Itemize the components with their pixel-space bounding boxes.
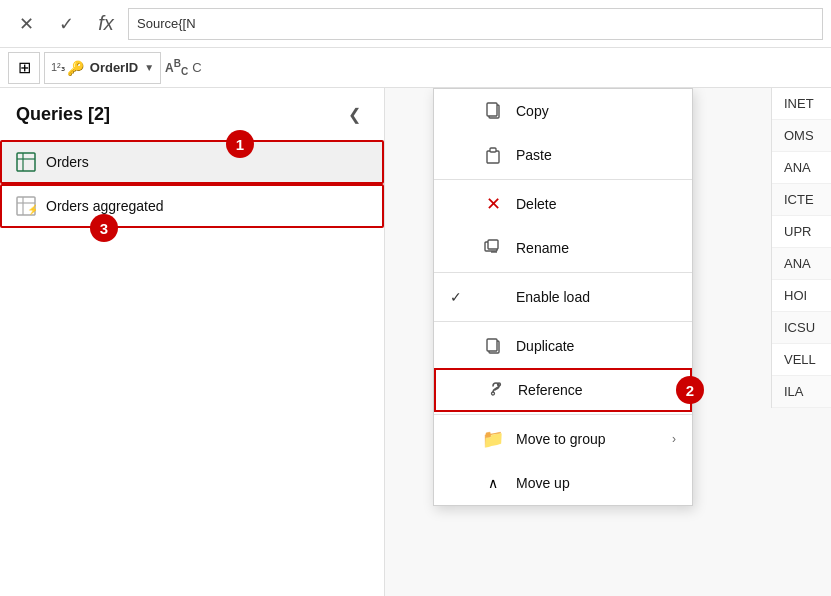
duplicate-label: Duplicate	[516, 338, 574, 354]
move-up-label: Move up	[516, 475, 570, 491]
data-row: ANA	[772, 248, 831, 280]
query-item-orders-aggregated[interactable]: ⚡ Orders aggregated	[0, 184, 384, 228]
data-row: UPR	[772, 216, 831, 248]
rename-label: Rename	[516, 240, 569, 256]
data-row: INET	[772, 88, 831, 120]
move-up-icon: ∧	[482, 472, 504, 494]
data-row: ICSU	[772, 312, 831, 344]
separator-1	[434, 179, 692, 180]
separator-3	[434, 321, 692, 322]
data-row: ICTE	[772, 184, 831, 216]
svg-rect-9	[487, 151, 499, 163]
svg-rect-10	[490, 148, 496, 152]
copy-label: Copy	[516, 103, 549, 119]
delete-icon: ✕	[482, 193, 504, 215]
orders-table-icon	[14, 150, 38, 174]
rename-icon	[482, 237, 504, 259]
cancel-button[interactable]: ✕	[8, 6, 44, 42]
badge-2: 2	[676, 376, 704, 404]
menu-item-paste[interactable]: Paste	[434, 133, 692, 177]
enable-load-check: ✓	[450, 289, 470, 305]
duplicate-icon	[482, 335, 504, 357]
sidebar: Queries [2] ❮ Orders 1	[0, 88, 385, 596]
confirm-button[interactable]: ✓	[48, 6, 84, 42]
menu-item-delete[interactable]: ✕ Delete	[434, 182, 692, 226]
menu-item-duplicate[interactable]: Duplicate	[434, 324, 692, 368]
menu-item-move-to-group[interactable]: 📁 Move to group ›	[434, 417, 692, 461]
reference-icon	[484, 379, 506, 401]
formula-bar-container: ✕ ✓ fx Source{[N	[0, 0, 831, 48]
svg-rect-0	[17, 153, 35, 171]
submenu-arrow-icon: ›	[672, 432, 676, 446]
dropdown-arrow-icon[interactable]: ▼	[144, 62, 154, 73]
badge-3: 3	[90, 214, 118, 242]
svg-rect-12	[488, 240, 498, 249]
badge-1: 1	[226, 130, 254, 158]
formula-input[interactable]: Source{[N	[128, 8, 823, 40]
main-content: Queries [2] ❮ Orders 1	[0, 88, 831, 596]
col-type-abc: ABC	[165, 58, 188, 77]
enable-load-icon	[482, 286, 504, 308]
menu-item-copy[interactable]: Copy	[434, 89, 692, 133]
folder-icon: 📁	[482, 428, 504, 450]
data-row: ILA	[772, 376, 831, 408]
move-to-group-label: Move to group	[516, 431, 606, 447]
svg-point-16	[492, 392, 495, 395]
enable-load-label: Enable load	[516, 289, 590, 305]
column-name: OrderID	[86, 60, 142, 75]
column-header-row: ⊞ 1²₃ 🔑 OrderID ▼ ABC C	[0, 48, 831, 88]
separator-2	[434, 272, 692, 273]
menu-item-enable-load[interactable]: ✓ Enable load	[434, 275, 692, 319]
menu-item-reference[interactable]: Reference 2	[434, 368, 692, 412]
orders-aggregated-label: Orders aggregated	[46, 198, 164, 214]
sidebar-header: Queries [2] ❮	[0, 88, 384, 140]
column-type-indicator[interactable]: 1²₃ 🔑 OrderID ▼	[44, 52, 161, 84]
query-item-orders[interactable]: Orders	[0, 140, 384, 184]
sidebar-title: Queries [2]	[16, 104, 110, 125]
col-c-label: C	[192, 60, 201, 75]
orders-label: Orders	[46, 154, 89, 170]
type-123: 1²₃	[51, 61, 65, 74]
table-icon[interactable]: ⊞	[8, 52, 40, 84]
data-row: HOI	[772, 280, 831, 312]
fx-button[interactable]: fx	[88, 6, 124, 42]
context-menu: Copy Paste ✕ Delete	[433, 88, 693, 506]
data-row: VELL	[772, 344, 831, 376]
data-column: INET OMS ANA ICTE UPR ANA HOI ICSU VELL …	[771, 88, 831, 408]
svg-rect-15	[487, 339, 497, 351]
key-icon: 🔑	[67, 60, 84, 76]
delete-label: Delete	[516, 196, 556, 212]
sidebar-collapse-button[interactable]: ❮	[340, 100, 368, 128]
svg-text:⚡: ⚡	[27, 203, 36, 216]
orders-aggregated-table-icon: ⚡	[14, 194, 38, 218]
svg-rect-8	[487, 103, 497, 116]
menu-item-rename[interactable]: Rename	[434, 226, 692, 270]
data-row: ANA	[772, 152, 831, 184]
paste-icon	[482, 144, 504, 166]
formula-value: Source{[N	[137, 16, 196, 31]
copy-icon	[482, 100, 504, 122]
context-menu-area: Copy Paste ✕ Delete	[385, 88, 831, 596]
menu-item-move-up[interactable]: ∧ Move up	[434, 461, 692, 505]
paste-label: Paste	[516, 147, 552, 163]
separator-4	[434, 414, 692, 415]
data-row: OMS	[772, 120, 831, 152]
reference-label: Reference	[518, 382, 583, 398]
